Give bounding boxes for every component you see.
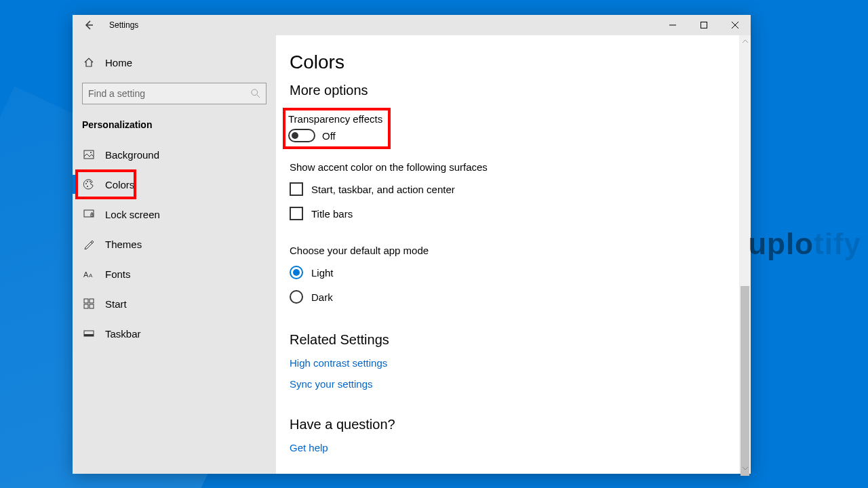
transparency-highlight: Transparency effects Off (283, 108, 391, 149)
radio-icon (290, 266, 303, 279)
minimize-icon (669, 22, 676, 28)
scroll-down-button[interactable] (739, 462, 751, 474)
checkbox-label: Start, taskbar, and action center (311, 184, 455, 195)
scroll-thumb[interactable] (741, 286, 749, 476)
svg-point-6 (90, 181, 91, 182)
content-area: Colors More options Transparency effects… (276, 35, 751, 474)
transparency-label: Transparency effects (288, 113, 382, 125)
sidebar-item-label: Colors (105, 179, 134, 190)
checkbox-start-taskbar[interactable]: Start, taskbar, and action center (290, 182, 719, 196)
radio-label: Dark (311, 291, 333, 303)
sidebar-item-label: Lock screen (105, 209, 160, 220)
scroll-up-button[interactable] (739, 35, 751, 47)
svg-rect-9 (91, 214, 93, 216)
svg-rect-15 (90, 304, 94, 308)
back-button[interactable] (73, 15, 105, 35)
home-nav[interactable]: Home (73, 47, 276, 77)
sidebar-item-taskbar[interactable]: Taskbar (73, 319, 276, 348)
category-header: Personalization (73, 115, 276, 140)
svg-point-4 (85, 183, 87, 184)
home-label: Home (105, 57, 132, 68)
sidebar-item-background[interactable]: Background (73, 140, 276, 169)
more-options-heading: More options (290, 83, 719, 98)
titlebar: Settings (73, 15, 751, 35)
chevron-down-icon (743, 466, 748, 471)
search-box[interactable] (82, 83, 267, 104)
sidebar-item-label: Taskbar (105, 328, 141, 340)
home-icon (83, 57, 94, 68)
lock-screen-icon (83, 209, 94, 220)
settings-window: Settings Home Personalization (73, 15, 751, 474)
scrollbar[interactable] (739, 35, 751, 474)
taskbar-icon (83, 328, 94, 339)
themes-icon (83, 239, 94, 249)
link-get-help[interactable]: Get help (290, 442, 328, 453)
minimize-button[interactable] (657, 15, 688, 35)
transparency-state: Off (322, 130, 336, 142)
palette-icon (83, 179, 94, 190)
question-heading: Have a question? (290, 417, 719, 432)
close-button[interactable] (719, 15, 751, 35)
svg-point-5 (87, 181, 88, 182)
svg-rect-14 (84, 304, 88, 308)
back-arrow-icon (83, 20, 94, 30)
svg-point-1 (252, 89, 258, 96)
radio-light[interactable]: Light (290, 266, 719, 279)
checkbox-icon (290, 207, 303, 220)
link-sync-settings[interactable]: Sync your settings (290, 378, 719, 390)
close-icon (732, 22, 738, 28)
transparency-toggle[interactable] (288, 129, 315, 142)
svg-point-3 (90, 152, 92, 153)
checkbox-label: Title bars (311, 208, 353, 220)
sidebar-item-label: Start (105, 298, 127, 310)
accent-surfaces-heading: Show accent color on the following surfa… (290, 161, 719, 173)
sidebar-item-themes[interactable]: Themes (73, 229, 276, 259)
fonts-icon: AA (83, 268, 94, 279)
svg-rect-17 (84, 334, 94, 336)
svg-point-7 (87, 186, 88, 187)
sidebar-item-start[interactable]: Start (73, 289, 276, 319)
svg-rect-12 (84, 299, 88, 303)
svg-rect-0 (701, 22, 707, 28)
sidebar-item-label: Fonts (105, 268, 131, 280)
page-title: Colors (290, 52, 719, 73)
radio-dark[interactable]: Dark (290, 290, 719, 304)
related-settings-heading: Related Settings (290, 332, 719, 348)
sidebar-item-label: Themes (105, 239, 142, 250)
svg-text:A: A (83, 270, 89, 279)
link-high-contrast[interactable]: High contrast settings (290, 357, 719, 369)
sidebar-item-colors[interactable]: Colors (75, 169, 136, 199)
sidebar: Home Personalization Background Colors (73, 35, 276, 474)
search-input[interactable] (88, 88, 243, 99)
sidebar-item-lock-screen[interactable]: Lock screen (73, 199, 276, 229)
radio-icon (290, 290, 303, 304)
window-title: Settings (109, 20, 138, 30)
checkbox-icon (290, 182, 303, 196)
app-mode-heading: Choose your default app mode (290, 245, 719, 256)
picture-icon (83, 149, 94, 160)
svg-rect-2 (84, 150, 94, 159)
maximize-icon (701, 22, 707, 28)
radio-label: Light (311, 267, 334, 279)
sidebar-item-fonts[interactable]: AA Fonts (73, 259, 276, 289)
chevron-up-icon (743, 39, 748, 44)
start-icon (83, 298, 94, 309)
checkbox-title-bars[interactable]: Title bars (290, 207, 719, 220)
svg-text:A: A (89, 272, 93, 279)
sidebar-item-label: Background (105, 149, 159, 161)
watermark: uplotify (748, 227, 861, 261)
maximize-button[interactable] (688, 15, 719, 35)
svg-rect-13 (90, 299, 94, 303)
search-icon (251, 89, 260, 98)
